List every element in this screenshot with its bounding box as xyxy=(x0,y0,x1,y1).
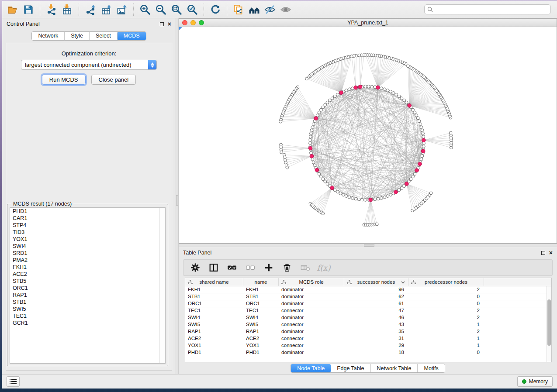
table-cell[interactable]: 2 xyxy=(408,307,484,314)
table-cell[interactable]: 0 xyxy=(408,293,484,300)
table-cell[interactable]: dominator xyxy=(279,300,344,307)
table-cell[interactable]: connector xyxy=(279,342,344,349)
table-cell[interactable]: connector xyxy=(279,335,344,342)
mcds-result-item[interactable]: STB5 xyxy=(10,278,165,285)
export-network-icon[interactable] xyxy=(83,2,98,17)
table-cell[interactable]: SWI5 xyxy=(243,321,279,328)
mcds-result-item[interactable]: TID3 xyxy=(10,229,165,236)
table-cell[interactable]: SWI5 xyxy=(185,321,243,328)
table-cell[interactable]: 43 xyxy=(344,321,408,328)
save-session-icon[interactable] xyxy=(21,2,36,17)
mcds-result-item[interactable]: TEC1 xyxy=(10,313,165,320)
table-cell[interactable]: 0 xyxy=(408,349,484,356)
table-cell[interactable]: SWI4 xyxy=(243,314,279,321)
table-row[interactable]: PHD1PHD1dominator180 xyxy=(185,349,551,356)
table-settings-icon[interactable] xyxy=(187,261,204,275)
table-row[interactable]: RAP1RAP1dominator352 xyxy=(185,328,551,335)
table-cell[interactable]: PHD1 xyxy=(243,349,279,356)
table-cell[interactable]: ACE2 xyxy=(243,335,279,342)
column-header-name[interactable]: name xyxy=(243,278,279,286)
import-table-icon[interactable] xyxy=(59,2,75,17)
table-row[interactable]: TEC1TEC1connector472 xyxy=(185,307,551,314)
table-cell[interactable]: 2 xyxy=(408,286,484,293)
add-column-icon[interactable] xyxy=(260,261,277,275)
deselect-all-icon[interactable] xyxy=(242,261,259,275)
open-file-icon[interactable] xyxy=(5,2,21,17)
network-graph[interactable] xyxy=(179,27,557,243)
table-row[interactable]: YOX1YOX1connector291 xyxy=(185,342,551,349)
tab-network[interactable]: Network xyxy=(32,32,65,40)
mcds-result-item[interactable]: PMA2 xyxy=(10,257,165,264)
import-network-icon[interactable] xyxy=(44,2,59,17)
tab-node-table[interactable]: Node Table xyxy=(291,364,331,372)
mcds-result-item[interactable]: PHD1 xyxy=(10,208,165,215)
table-cell[interactable]: RAP1 xyxy=(185,328,243,335)
memory-button[interactable]: Memory xyxy=(517,376,553,387)
mcds-result-item[interactable]: SWI5 xyxy=(10,306,165,313)
hide-selected-icon[interactable] xyxy=(262,2,278,17)
network-window-titlebar[interactable]: YPA_prune.txt_1 xyxy=(179,19,557,27)
table-row[interactable]: FKH1FKH1dominator962 xyxy=(185,286,551,293)
mcds-result-item[interactable]: STB1 xyxy=(10,299,165,306)
column-header-shared-name[interactable]: shared name xyxy=(185,278,243,286)
table-row[interactable]: SWI4SWI4dominator462 xyxy=(185,314,551,321)
table-cell[interactable]: 35 xyxy=(344,328,408,335)
toggle-panel-icon[interactable] xyxy=(205,261,222,275)
column-header-predecessor-nodes[interactable]: predecessor nodes xyxy=(408,278,484,286)
table-cell[interactable]: TEC1 xyxy=(185,307,243,314)
table-cell[interactable]: 47 xyxy=(344,307,408,314)
tab-edge-table[interactable]: Edge Table xyxy=(331,364,370,372)
table-cell[interactable]: dominator xyxy=(279,293,344,300)
vertical-splitter[interactable] xyxy=(176,18,179,374)
table-cell[interactable]: 31 xyxy=(344,335,408,342)
zoom-selected-icon[interactable] xyxy=(184,2,200,17)
table-cell[interactable]: 62 xyxy=(344,293,408,300)
zoom-in-icon[interactable] xyxy=(137,2,153,17)
close-panel-icon[interactable]: × xyxy=(168,22,171,26)
table-cell[interactable]: connector xyxy=(279,307,344,314)
tab-style[interactable]: Style xyxy=(65,32,90,40)
column-header-successor-nodes[interactable]: successor nodes xyxy=(344,278,408,286)
table-cell[interactable]: dominator xyxy=(279,349,344,356)
splitter-handle[interactable] xyxy=(176,195,178,206)
table-cell[interactable]: STB1 xyxy=(185,293,243,300)
table-cell[interactable]: ACE2 xyxy=(185,335,243,342)
table-row[interactable]: SWI5SWI5connector431 xyxy=(185,321,551,328)
table-cell[interactable]: ORC1 xyxy=(185,300,243,307)
mcds-result-item[interactable]: FKH1 xyxy=(10,264,165,271)
scrollbar-thumb[interactable] xyxy=(547,299,551,346)
table-cell[interactable]: dominator xyxy=(279,314,344,321)
mcds-result-item[interactable]: SWI4 xyxy=(10,243,165,250)
mcds-result-item[interactable]: YOX1 xyxy=(10,236,165,243)
table-cell[interactable]: 1 xyxy=(408,335,484,342)
table-cell[interactable]: 2 xyxy=(408,328,484,335)
mcds-result-item[interactable]: CAR1 xyxy=(10,215,165,222)
search-input[interactable] xyxy=(435,7,548,13)
zoom-fit-icon[interactable] xyxy=(169,2,184,17)
mcds-result-item[interactable]: ACE2 xyxy=(10,271,165,278)
export-image-icon[interactable] xyxy=(114,2,130,17)
column-header-MCDS-role[interactable]: MCDS role xyxy=(279,278,344,286)
zoom-out-icon[interactable] xyxy=(153,2,169,17)
table-cell[interactable]: dominator xyxy=(279,328,344,335)
horizontal-splitter[interactable] xyxy=(179,244,557,247)
table-cell[interactable]: FKH1 xyxy=(185,286,243,293)
table-cell[interactable]: 29 xyxy=(344,342,408,349)
run-mcds-button[interactable]: Run MCDS xyxy=(42,75,86,85)
splitter-handle[interactable] xyxy=(364,244,374,247)
mcds-result-item[interactable]: RAP1 xyxy=(10,292,165,299)
tab-network-table[interactable]: Network Table xyxy=(371,364,418,372)
mcds-list-scrollbar[interactable] xyxy=(159,208,165,363)
table-cell[interactable]: STB1 xyxy=(243,293,279,300)
table-row[interactable]: ACE2ACE2connector311 xyxy=(185,335,551,342)
network-canvas[interactable] xyxy=(179,27,557,243)
table-cell[interactable]: 46 xyxy=(344,314,408,321)
tab-select[interactable]: Select xyxy=(90,32,118,40)
task-history-button[interactable] xyxy=(7,376,20,387)
export-table-icon[interactable] xyxy=(98,2,114,17)
first-neighbors-icon[interactable] xyxy=(246,2,262,17)
table-cell[interactable]: TEC1 xyxy=(243,307,279,314)
apply-layout-icon[interactable] xyxy=(208,2,223,17)
search-box[interactable] xyxy=(424,4,551,14)
float-panel-icon[interactable] xyxy=(160,22,164,26)
